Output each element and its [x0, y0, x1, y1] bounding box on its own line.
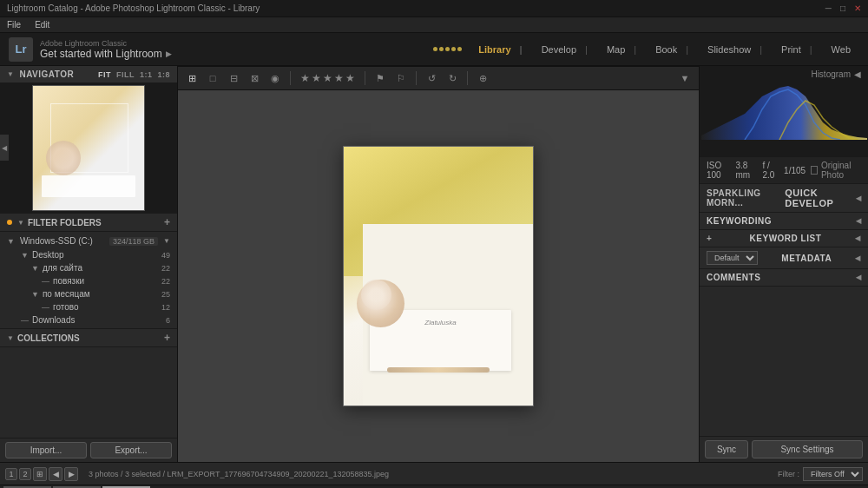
- page-num-1[interactable]: 1: [5, 468, 17, 480]
- filmstrip-grid-btn[interactable]: ⊞: [33, 467, 47, 481]
- sync-area: Sync Sync Settings: [700, 436, 868, 462]
- view-survey-btn[interactable]: ⊠: [246, 70, 263, 86]
- collections-header[interactable]: ▼ Collections +: [0, 329, 177, 347]
- nav-thumb-image: [32, 85, 145, 211]
- keywording-section: Keywording ◀: [700, 213, 868, 230]
- folder-gotovo[interactable]: — готово 12: [0, 300, 177, 313]
- histogram-label: Histogram: [811, 69, 851, 79]
- metadata-preset-select[interactable]: Default: [707, 251, 758, 265]
- comments-arrow: ◀: [856, 274, 862, 281]
- page-numbers: 1 2: [5, 468, 31, 480]
- module-web[interactable]: Web: [823, 41, 859, 58]
- folder-desktop-count: 49: [161, 251, 170, 260]
- rotate-cw-btn[interactable]: ↻: [444, 70, 461, 86]
- view-people-btn[interactable]: ◉: [266, 70, 284, 86]
- folder-povyazki[interactable]: — повязки 22: [0, 274, 177, 287]
- focal-value: 3.8 mm: [735, 161, 757, 180]
- close-button[interactable]: ✕: [854, 3, 861, 13]
- menubar: File Edit: [0, 17, 868, 33]
- nav-dot-2: [439, 47, 444, 51]
- module-nav: Library Develop Map Book Slideshow Print…: [470, 41, 859, 58]
- module-slideshow[interactable]: Slideshow: [699, 41, 771, 58]
- menu-edit[interactable]: Edit: [35, 20, 49, 30]
- nav-dot-4: [451, 47, 456, 51]
- nav-ratio-btn[interactable]: 1:8: [157, 70, 170, 79]
- folder-icon-3: —: [42, 277, 49, 286]
- nav-fit-btn[interactable]: FIT: [98, 70, 111, 79]
- navigator-triangle: ▼: [7, 70, 14, 78]
- catalog-name: Get started with Lightroom ▶: [40, 48, 172, 60]
- module-print[interactable]: Print: [773, 41, 820, 58]
- star-4[interactable]: ★: [334, 72, 344, 84]
- folder-po-mesyacam-name: по месяцам: [43, 289, 90, 299]
- folder-expand-icon: ▼: [21, 251, 29, 260]
- sync-button[interactable]: Sync: [705, 440, 748, 458]
- import-button[interactable]: Import...: [5, 442, 87, 458]
- keywording-header[interactable]: Keywording ◀: [700, 213, 868, 229]
- star-3[interactable]: ★: [323, 72, 332, 84]
- histogram-arrow: ◀: [854, 69, 861, 79]
- flag-pick-btn[interactable]: ⚐: [392, 70, 410, 86]
- toolbar-divider-1: [290, 71, 291, 85]
- keyword-list-section: + Keyword List ◀: [700, 230, 868, 247]
- export-button[interactable]: Export...: [90, 442, 172, 458]
- folder-tree: ▼ Windows-SSD (C:) 324/118 GB ▼ ▼ Deskto…: [0, 232, 177, 328]
- sort-dropdown-btn[interactable]: ▼: [676, 70, 694, 86]
- filmstrip-prev-btn[interactable]: ◀: [49, 467, 62, 481]
- histogram-header: Histogram ◀: [811, 69, 861, 79]
- module-library[interactable]: Library: [470, 41, 530, 58]
- quick-develop-section: Sparkling morn... Quick Develop ◀: [700, 184, 868, 213]
- drive-item[interactable]: ▼ Windows-SSD (C:) 324/118 GB ▼: [0, 234, 177, 248]
- quick-develop-header[interactable]: Sparkling morn... Quick Develop ◀: [700, 184, 868, 212]
- filmstrip-next-btn[interactable]: ▶: [64, 467, 78, 481]
- add-collection-btn[interactable]: +: [164, 332, 170, 344]
- filter-folders-header[interactable]: ▼ Filter Folders +: [0, 214, 177, 232]
- drive-dropdown-icon[interactable]: ▼: [163, 237, 170, 245]
- folder-desktop[interactable]: ▼ Desktop 49: [0, 248, 177, 261]
- star-1[interactable]: ★: [300, 72, 310, 84]
- nav-fill-btn[interactable]: FILL: [116, 70, 135, 79]
- navigator-controls: FIT FILL 1:1 1:8: [98, 70, 170, 79]
- keywording-label: Keywording: [707, 216, 772, 226]
- minimize-button[interactable]: ─: [825, 3, 832, 13]
- metadata-header-content: Default: [707, 251, 758, 265]
- nav-1to1-btn[interactable]: 1:1: [140, 70, 153, 79]
- left-panel-collapse-arrow[interactable]: ◀: [0, 135, 9, 161]
- view-compare-btn[interactable]: ⊟: [225, 70, 242, 86]
- folder-icon-5: —: [42, 303, 49, 312]
- star-5[interactable]: ★: [345, 72, 355, 84]
- quick-collection-btn[interactable]: ⊕: [474, 70, 491, 86]
- keyword-list-header[interactable]: + Keyword List ◀: [700, 230, 868, 247]
- flag-reject-btn[interactable]: ⚑: [372, 70, 389, 86]
- toolbar-right: ▼: [676, 70, 694, 86]
- keyword-list-label: Keyword List: [750, 234, 822, 243]
- view-loupe-btn[interactable]: □: [204, 70, 221, 86]
- add-folder-btn[interactable]: +: [164, 216, 170, 228]
- folder-downloads[interactable]: — Downloads 6: [0, 313, 177, 326]
- toolbar-divider-4: [467, 71, 468, 85]
- module-develop[interactable]: Develop: [533, 41, 596, 58]
- metadata-header[interactable]: Default Metadata ◀: [700, 247, 868, 268]
- maximize-button[interactable]: □: [840, 3, 845, 13]
- rotate-ccw-btn[interactable]: ↺: [423, 70, 440, 86]
- view-grid-btn[interactable]: ⊞: [183, 70, 201, 86]
- breadcrumb: Adobe Lightroom Classic Get started with…: [40, 39, 172, 60]
- main-photo-frame: Zlatuluska: [343, 146, 534, 406]
- filter-dropdown[interactable]: Filters Off: [803, 467, 863, 481]
- navigator-header[interactable]: ▼ Navigator FIT FILL 1:1 1:8: [0, 66, 177, 82]
- page-num-2[interactable]: 2: [19, 468, 31, 480]
- sync-settings-button[interactable]: Sync Settings: [752, 440, 863, 458]
- filmstrip-filter: Filter : Filters Off: [778, 467, 863, 481]
- comments-header[interactable]: Comments ◀: [700, 269, 868, 286]
- folder-po-mesyacam[interactable]: ▼ по месяцам 25: [0, 287, 177, 300]
- titlebar-title: Lightroom Catalog - Adobe Photoshop Ligh…: [7, 3, 260, 13]
- iso-value: ISO 100: [707, 161, 730, 180]
- folder-dlya-sayta[interactable]: ▼ для сайта 22: [0, 261, 177, 274]
- star-2[interactable]: ★: [312, 72, 321, 84]
- nav-flower: [46, 141, 81, 175]
- original-photo-checkbox[interactable]: [811, 166, 818, 175]
- module-map[interactable]: Map: [598, 41, 645, 58]
- module-book[interactable]: Book: [647, 41, 697, 58]
- histogram-graph: [701, 79, 867, 140]
- menu-file[interactable]: File: [7, 20, 21, 30]
